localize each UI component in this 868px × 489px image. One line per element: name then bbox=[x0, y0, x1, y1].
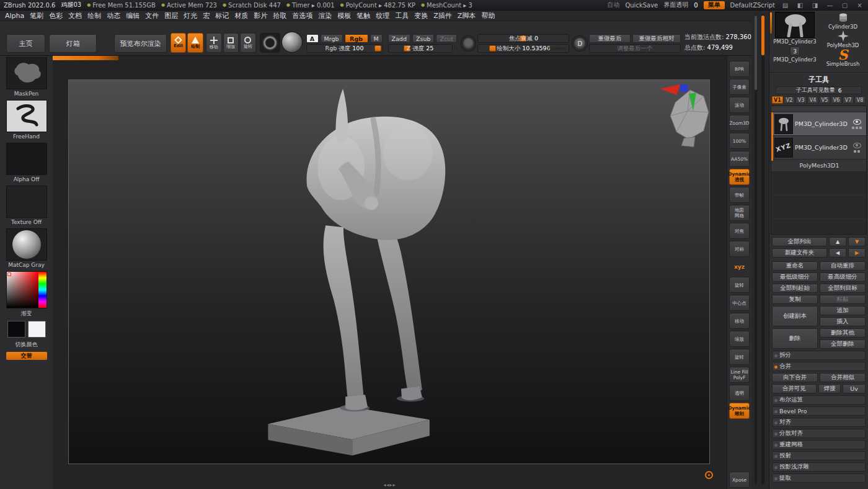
menu-preferences[interactable]: 首选项 bbox=[292, 11, 312, 20]
tab-v7[interactable]: V7 bbox=[843, 96, 854, 104]
canvas-scroll-arrows[interactable]: ◂◂▸▸ bbox=[383, 482, 396, 488]
secondary-color-swatch[interactable] bbox=[28, 321, 46, 338]
simplebrush-s-icon[interactable]: S bbox=[838, 49, 848, 60]
right-shelf-move[interactable]: 移动 bbox=[729, 313, 750, 329]
right-shelf-xpose[interactable]: Xpose bbox=[729, 472, 750, 488]
subtool-auto-reorder-button[interactable]: 自动重排 bbox=[820, 261, 866, 271]
dynamic-d-icon[interactable]: D bbox=[572, 35, 588, 52]
lightbox-button[interactable]: 灯箱 bbox=[49, 34, 97, 53]
rotate-mode-button[interactable]: 旋转 bbox=[240, 33, 256, 53]
canvas-scrollbar-thumb[interactable] bbox=[755, 16, 757, 90]
menu-picker[interactable]: 拾取 bbox=[273, 11, 286, 20]
menu-file[interactable]: 文件 bbox=[145, 11, 159, 20]
tray-scrollbar[interactable] bbox=[761, 14, 764, 485]
scale-mode-button[interactable]: 缩放 bbox=[223, 33, 239, 53]
right-shelf-transparency[interactable]: 透明 bbox=[729, 385, 750, 401]
tab-v5[interactable]: V5 bbox=[819, 96, 830, 104]
subtool-row[interactable]: PolyMesh3D1 bbox=[771, 159, 866, 172]
zscript-name[interactable]: DefaultZScript bbox=[730, 2, 775, 9]
section-align[interactable]: 对齐 bbox=[772, 418, 866, 427]
dock-layout-icon[interactable]: ▤ bbox=[781, 2, 790, 9]
menu-movie[interactable]: 影片 bbox=[254, 11, 267, 20]
main-color-swatch[interactable] bbox=[7, 321, 25, 338]
hue-strip[interactable] bbox=[38, 272, 46, 308]
folder-left-button[interactable]: ◀ bbox=[829, 248, 846, 258]
right-shelf-dynamic-perspective[interactable]: Dynamic透视 bbox=[729, 169, 750, 185]
merge-visible-button[interactable]: 合并可见 bbox=[772, 384, 817, 393]
menu-color[interactable]: 色彩 bbox=[49, 11, 63, 20]
menu-layer[interactable]: 图层 bbox=[164, 11, 178, 20]
close-icon[interactable]: × bbox=[855, 2, 864, 9]
alpha-selector[interactable]: Alpha Off bbox=[6, 143, 47, 182]
right-shelf-aahalf[interactable]: AA50% bbox=[729, 151, 750, 167]
gradient-label[interactable]: 渐变 bbox=[6, 308, 47, 318]
zsub-button[interactable]: Zsub bbox=[412, 34, 435, 43]
right-shelf-focus[interactable]: 对焦 bbox=[729, 223, 750, 239]
adjust-last-slider[interactable]: 调整最后一个 bbox=[589, 44, 681, 53]
tab-v4[interactable]: V4 bbox=[807, 96, 818, 104]
zcut-button[interactable]: Zcut bbox=[436, 34, 456, 43]
swap-color-button[interactable]: 交替 bbox=[6, 352, 47, 360]
menu-macro[interactable]: 宏 bbox=[203, 11, 210, 20]
tab-v8[interactable]: V8 bbox=[854, 96, 866, 104]
lightbox-open-strip[interactable] bbox=[53, 56, 118, 60]
right-shelf-rotate-ring[interactable]: 旋转 bbox=[729, 277, 750, 293]
dock-left-icon[interactable]: ◧ bbox=[795, 2, 805, 9]
slider-knob[interactable] bbox=[489, 45, 496, 52]
subtool-lowest-subdiv-button[interactable]: 最低级细分 bbox=[772, 272, 818, 282]
falloff-curve-icon[interactable] bbox=[461, 35, 477, 52]
redo-last-button[interactable]: 重做最后 bbox=[589, 34, 631, 43]
slider-knob[interactable] bbox=[374, 45, 381, 52]
stroke-preview-icon[interactable] bbox=[260, 33, 280, 53]
subtool-row[interactable]: XYZ PM3D_Cylinder3D2_7 bbox=[771, 136, 866, 159]
color-picker[interactable]: 渐变 bbox=[6, 271, 47, 318]
section-scatter-align[interactable]: 分散对齐 bbox=[772, 429, 866, 438]
rgb-intensity-slider[interactable]: Rgb 强度100 bbox=[306, 44, 383, 53]
maximize-icon[interactable]: ▢ bbox=[840, 2, 849, 9]
section-boolean[interactable]: 布尔运算 bbox=[772, 395, 866, 405]
right-shelf-center-point[interactable]: 中心点 bbox=[729, 295, 750, 311]
section-split[interactable]: 拆分 bbox=[772, 351, 866, 360]
menu-edit[interactable]: 编辑 bbox=[126, 11, 140, 20]
menu-marker[interactable]: 标记 bbox=[215, 11, 229, 20]
tray-scrollbar-thumb[interactable] bbox=[761, 16, 764, 55]
subtool-highest-subdiv-button[interactable]: 最高级细分 bbox=[820, 272, 866, 282]
material-selector[interactable]: MatCap Gray bbox=[6, 228, 47, 268]
z-intensity-slider[interactable]: Z 强度25 bbox=[388, 44, 453, 53]
menu-light[interactable]: 灯光 bbox=[184, 11, 197, 20]
section-project[interactable]: 投射 bbox=[772, 451, 866, 460]
subtool-row-partial[interactable] bbox=[771, 106, 866, 112]
material-sphere-icon[interactable] bbox=[281, 32, 302, 53]
subtool-rename-button[interactable]: 重命名 bbox=[772, 261, 818, 271]
tool-count-badge[interactable]: 3 bbox=[790, 47, 800, 56]
section-merge[interactable]: 合并 bbox=[772, 362, 866, 371]
tray-drag-handle-icon[interactable] bbox=[770, 12, 772, 34]
subtool-append-button[interactable]: 追加 bbox=[820, 306, 866, 315]
draw-size-slider[interactable]: 绘制大小10.53596 Dynamic bbox=[477, 44, 569, 53]
menu-help[interactable]: 帮助 bbox=[481, 11, 495, 20]
right-shelf-local-symmetry[interactable]: 对称 bbox=[729, 241, 750, 257]
subtool-down-button[interactable]: ▼ bbox=[848, 237, 866, 246]
paint-a-button[interactable]: A bbox=[306, 34, 319, 43]
list-all-button[interactable]: 全部列出 bbox=[772, 237, 827, 246]
menu-document[interactable]: 文档 bbox=[68, 11, 82, 20]
home-button[interactable]: 主页 bbox=[6, 34, 45, 53]
section-relief-project[interactable]: 投影浅浮雕 bbox=[772, 462, 866, 472]
merge-down-button[interactable]: 向下合并 bbox=[772, 373, 818, 382]
menu-draw[interactable]: 绘制 bbox=[87, 11, 101, 20]
move-mode-button[interactable]: 移动 bbox=[206, 33, 222, 53]
saturation-value-square[interactable] bbox=[7, 272, 38, 308]
subtool-up-button[interactable]: ▲ bbox=[829, 237, 846, 246]
menu-texture[interactable]: 纹理 bbox=[376, 11, 389, 20]
minimize-icon[interactable]: — bbox=[825, 2, 835, 9]
folder-right-button[interactable]: ▶ bbox=[848, 248, 866, 258]
menu-transform[interactable]: 变换 bbox=[414, 11, 428, 20]
right-shelf-frame[interactable]: 带帧 bbox=[729, 187, 750, 203]
brush-selector[interactable]: MaskPen bbox=[6, 57, 47, 97]
dock-right-icon[interactable]: ◨ bbox=[810, 2, 820, 9]
subtool-delete-button[interactable]: 删除 bbox=[772, 328, 818, 349]
focal-shift-slider[interactable]: 焦点衰减0 bbox=[477, 34, 569, 43]
merge-similar-button[interactable]: 合并相似 bbox=[820, 373, 866, 382]
tool-slot-current[interactable] bbox=[775, 12, 815, 38]
menu-material[interactable]: 材质 bbox=[234, 11, 248, 20]
